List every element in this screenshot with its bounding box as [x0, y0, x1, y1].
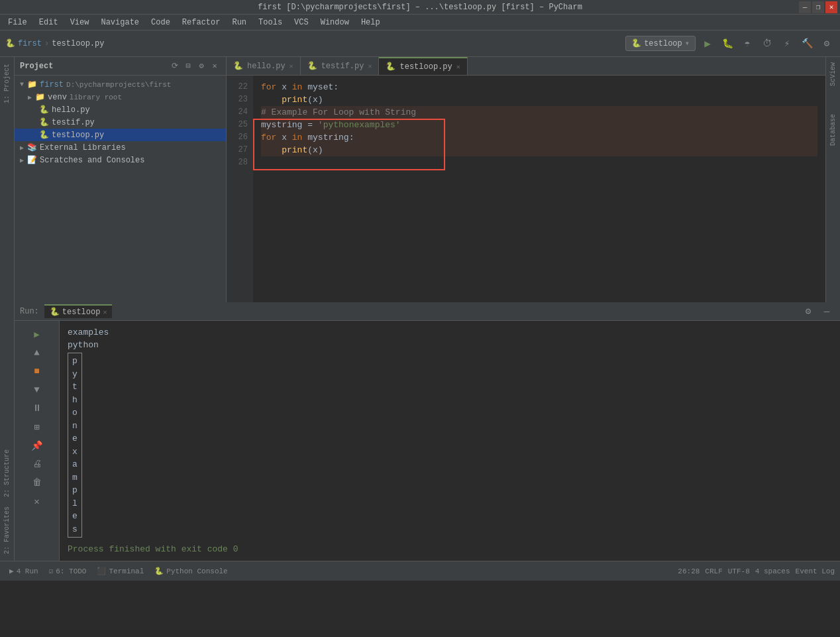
run-icon: ▶: [9, 567, 14, 575]
breadcrumb-project[interactable]: 🐍: [5, 38, 15, 48]
dump-threads-icon[interactable]: ⊞: [29, 419, 45, 435]
indent-size[interactable]: 4 spaces: [755, 567, 790, 575]
encoding[interactable]: UTF-8: [728, 567, 750, 575]
output-char-m: m: [72, 471, 78, 485]
menu-tools[interactable]: Tools: [253, 17, 288, 29]
tree-label-root: first: [40, 80, 64, 89]
settings-icon[interactable]: ⚙: [800, 304, 816, 319]
code-line-26: mystring = 'pythonexamples': [261, 119, 817, 131]
output-box: p y t h o n e x a m p l e s: [68, 353, 82, 538]
menu-refactor[interactable]: Refactor: [177, 17, 226, 29]
concurrency-button[interactable]: ⚡: [779, 36, 795, 52]
cursor-position[interactable]: 26:28: [678, 567, 700, 575]
terminal-label: Terminal: [109, 567, 144, 575]
menu-edit[interactable]: Edit: [34, 17, 64, 29]
minimize-panel-icon[interactable]: —: [819, 304, 835, 319]
menu-code[interactable]: Code: [146, 17, 176, 29]
settings-button[interactable]: ⚙: [819, 36, 835, 52]
menu-help[interactable]: Help: [356, 17, 386, 29]
tree-item-external-libs[interactable]: ▶ 📚 External Libraries: [15, 141, 226, 154]
menu-navigate[interactable]: Navigate: [95, 17, 144, 29]
breadcrumb-file[interactable]: testloop.py: [52, 39, 104, 48]
tab-testif-close[interactable]: ✕: [368, 62, 372, 70]
coverage-button[interactable]: ☂: [739, 36, 755, 52]
output-char-x: x: [72, 445, 78, 459]
scview-tab[interactable]: ScView: [828, 60, 838, 89]
run-config-dropdown[interactable]: 🐍 testloop ▾: [625, 36, 696, 51]
tree-item-venv[interactable]: ▶ 📁 venv library root: [15, 91, 226, 103]
clear-icon[interactable]: 🗑: [29, 475, 45, 491]
rerun-icon[interactable]: ▶: [29, 326, 45, 342]
restore-button[interactable]: ❐: [812, 1, 824, 13]
profile-button[interactable]: ⏱: [759, 36, 775, 52]
output-char-p2: p: [72, 484, 78, 497]
menu-run[interactable]: Run: [227, 17, 252, 29]
output-line-examples: examples: [68, 326, 832, 339]
tab-hello-close[interactable]: ✕: [289, 62, 293, 70]
tab-bar: 🐍 hello.py ✕ 🐍 testif.py ✕ 🐍 testloop.py…: [227, 57, 825, 76]
build-button[interactable]: 🔨: [799, 36, 815, 52]
breadcrumb-project-name[interactable]: first: [18, 39, 42, 48]
tab-hello[interactable]: 🐍 hello.py ✕: [227, 57, 301, 75]
event-log[interactable]: Event Log: [796, 567, 835, 575]
run-panel-header: Run: 🐍 testloop ✕ ⚙ —: [15, 302, 840, 321]
python-console-label: Python Console: [166, 567, 227, 575]
libs-icon: 📚: [26, 143, 37, 152]
run-tab-close[interactable]: ✕: [103, 308, 107, 316]
close-panel-icon[interactable]: ✕: [209, 60, 221, 72]
favorites-panel-tab[interactable]: 2: Favorites: [2, 501, 12, 558]
sidebar-icon-group: ⟳ ⊟ ⚙ ✕: [169, 60, 221, 72]
run-output: examples python p y t h o n e x a m: [60, 321, 840, 561]
tree-item-hello[interactable]: 🐍 hello.py: [15, 103, 226, 116]
status-bar-right: 26:28 CRLF UTF-8 4 spaces Event Log: [678, 567, 835, 575]
run-tab[interactable]: 🐍 testloop ✕: [44, 304, 113, 318]
close-run-icon[interactable]: ✕: [29, 493, 45, 509]
run-panel-icons: ⚙ —: [800, 304, 835, 319]
menu-view[interactable]: View: [65, 17, 95, 29]
code-line-22: for x in myset:: [261, 81, 817, 93]
menu-window[interactable]: Window: [315, 17, 354, 29]
tree-item-testloop[interactable]: 🐍 testloop.py: [15, 129, 226, 141]
tree-item-testif[interactable]: 🐍 testif.py: [15, 116, 226, 129]
gear-icon[interactable]: ⚙: [195, 60, 207, 72]
minimize-button[interactable]: —: [799, 1, 811, 13]
output-char-e2: e: [72, 510, 78, 523]
line-ending[interactable]: CRLF: [705, 567, 722, 575]
close-button[interactable]: ✕: [825, 1, 837, 13]
file-tree: ▼ 📁 first D:\pycharmprojects\first ▶ 📁 v…: [15, 76, 226, 302]
todo-status-item[interactable]: ☑ 6: TODO: [45, 565, 91, 577]
scroll-up-icon[interactable]: ▲: [29, 345, 45, 361]
output-char-h: h: [72, 394, 78, 407]
database-tab[interactable]: Database: [828, 111, 838, 148]
print-icon[interactable]: 🖨: [29, 456, 45, 472]
pin-icon[interactable]: 📌: [29, 437, 45, 453]
run-button[interactable]: ▶: [700, 36, 715, 52]
tree-item-scratches[interactable]: ▶ 📝 Scratches and Consoles: [15, 154, 226, 166]
tab-testloop[interactable]: 🐍 testloop.py ✕: [379, 57, 467, 75]
project-panel-tab[interactable]: 1: Project: [2, 60, 12, 107]
python-console-status-item[interactable]: 🐍 Python Console: [150, 565, 231, 577]
structure-panel-tab[interactable]: 2: Structure: [2, 444, 12, 501]
terminal-status-item[interactable]: ⬛ Terminal: [93, 565, 148, 577]
pause-icon[interactable]: ⏸: [29, 400, 45, 416]
toolbar: 🐍 first › testloop.py 🐍 testloop ▾ ▶ 🐛 ☂…: [0, 30, 840, 57]
tab-testif[interactable]: 🐍 testif.py ✕: [301, 57, 380, 75]
output-char-p: p: [72, 355, 78, 368]
debug-button[interactable]: 🐛: [719, 36, 735, 52]
left-panel-tabs: 1: Project 2: Structure 2: Favorites: [0, 57, 15, 561]
code-editor[interactable]: 22 23 24 25 26 27 28 for x in myset: pri…: [227, 76, 825, 302]
sync-icon[interactable]: ⟳: [169, 60, 181, 72]
tab-testloop-close[interactable]: ✕: [456, 63, 460, 71]
collapse-icon[interactable]: ⊟: [182, 60, 194, 72]
menu-bar: File Edit View Navigate Code Refactor Ru…: [0, 15, 840, 30]
run-status-item[interactable]: ▶ 4 Run: [5, 565, 42, 577]
code-line-27: for x in mystring:: [261, 131, 817, 144]
stop-icon[interactable]: ■: [29, 363, 45, 379]
tree-item-root[interactable]: ▼ 📁 first D:\pycharmprojects\first: [15, 78, 226, 91]
run-panel-content: ▶ ▲ ■ ▼ ⏸ ⊞ 📌 🖨 🗑 ✕ examples python: [15, 321, 840, 561]
output-char-t: t: [72, 380, 78, 394]
scroll-down-icon[interactable]: ▼: [29, 382, 45, 398]
menu-vcs[interactable]: VCS: [289, 17, 314, 29]
code-content[interactable]: for x in myset: print(x) # Example For L…: [253, 76, 825, 302]
menu-file[interactable]: File: [3, 17, 32, 29]
